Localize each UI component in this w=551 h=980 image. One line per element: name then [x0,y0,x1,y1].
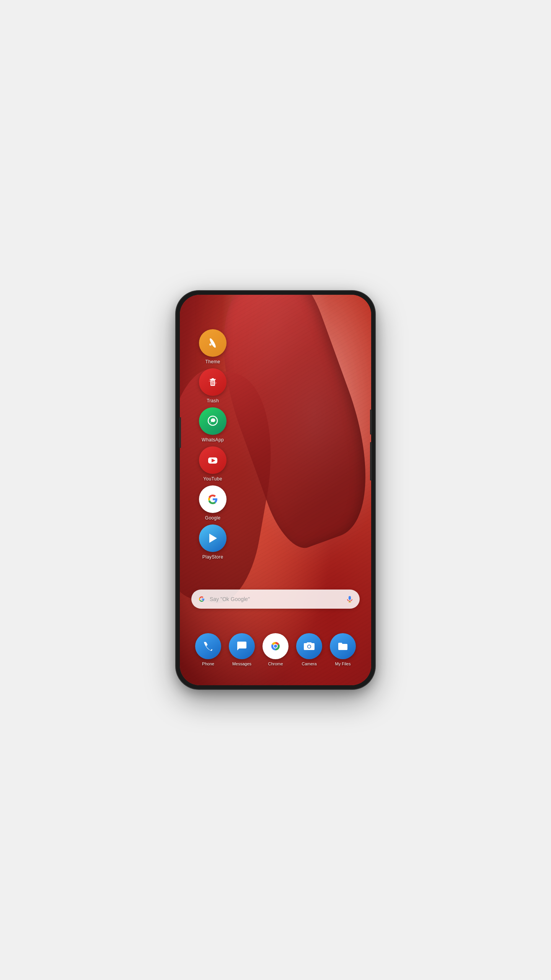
youtube-label: YouTube [203,476,222,482]
messages-dock-icon [229,633,255,659]
svg-point-18 [308,645,311,648]
trash-icon [199,368,227,396]
trash-label: Trash [207,398,219,403]
theme-icon [199,329,227,357]
petal-decoration-2 [180,364,287,609]
search-bar[interactable]: Say "Ok Google" [191,590,360,609]
chrome-dock-icon [262,633,289,659]
dock-chrome[interactable]: Chrome [262,633,289,666]
app-whatsapp[interactable]: WhatsApp [199,407,227,443]
whatsapp-icon [199,407,227,435]
apps-column: Theme Trash [199,329,227,564]
messages-dock-label: Messages [232,662,251,666]
phone-wrapper: Theme Trash [176,291,375,689]
svg-point-0 [209,338,217,348]
camera-dock-icon [296,633,322,659]
app-trash[interactable]: Trash [199,368,227,403]
playstore-icon [199,524,227,552]
dock-camera[interactable]: Camera [296,633,322,666]
youtube-icon [199,446,227,474]
whatsapp-label: WhatsApp [202,437,224,443]
phone-dock-icon [195,633,221,659]
app-playstore[interactable]: PlayStore [199,524,227,560]
microphone-icon [346,595,354,603]
svg-rect-3 [210,379,216,380]
chrome-dock-label: Chrome [268,662,283,666]
dock-messages[interactable]: Messages [229,633,255,666]
google-icon [199,485,227,513]
search-placeholder: Say "Ok Google" [210,596,342,602]
svg-marker-11 [209,534,217,543]
phone-dock-label: Phone [202,662,214,666]
google-label: Google [205,515,221,521]
app-youtube[interactable]: YouTube [199,446,227,482]
svg-rect-4 [212,378,214,379]
myfiles-dock-label: My Files [335,662,351,666]
dock: Phone Messages [187,633,364,666]
camera-dock-label: Camera [302,662,316,666]
theme-label: Theme [205,359,220,364]
dock-phone[interactable]: Phone [195,633,221,666]
svg-point-16 [274,645,277,648]
google-search-icon [197,595,206,603]
playstore-label: PlayStore [202,554,223,560]
phone-screen: Theme Trash [180,295,371,685]
svg-point-1 [209,343,212,346]
dock-myfiles[interactable]: My Files [330,633,356,666]
app-theme[interactable]: Theme [199,329,227,364]
svg-rect-12 [349,596,351,600]
myfiles-dock-icon [330,633,356,659]
app-google[interactable]: Google [199,485,227,521]
